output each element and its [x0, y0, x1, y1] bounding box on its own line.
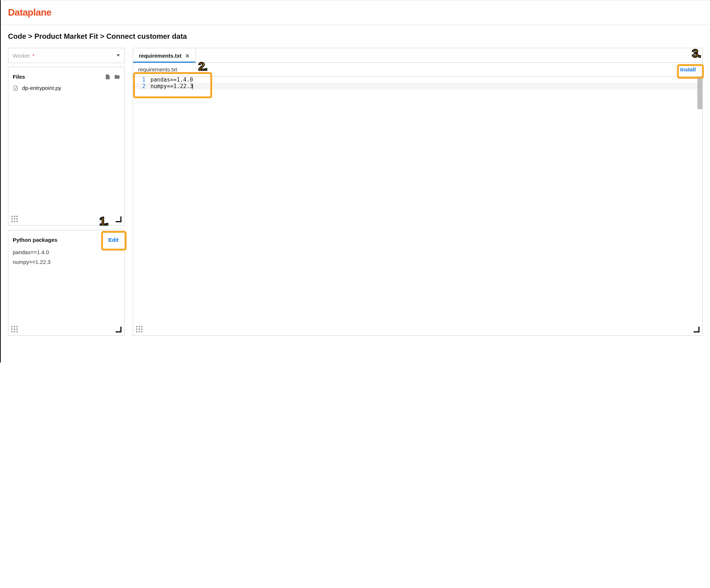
- install-button[interactable]: Install: [679, 66, 697, 73]
- package-item: pandas==1.4.0: [13, 247, 120, 257]
- brand-logo: Dataplane: [8, 7, 703, 18]
- resize-handle-icon[interactable]: [116, 216, 121, 222]
- file-icon: [13, 85, 18, 91]
- line-number: 1: [133, 76, 150, 83]
- required-asterisk: *: [32, 53, 34, 59]
- worker-select-label: Worker: [13, 53, 30, 59]
- worker-select[interactable]: Worker *: [8, 48, 125, 63]
- files-panel: Files dp-entrypoint.py: [8, 67, 125, 225]
- resize-handle-icon[interactable]: [116, 327, 121, 332]
- package-item: numpy==1.22.3: [13, 257, 120, 267]
- code-line-content: pandas==1.4.0: [150, 76, 702, 83]
- new-folder-icon[interactable]: [114, 74, 120, 80]
- resize-handle-icon[interactable]: [694, 327, 699, 332]
- file-item[interactable]: dp-entrypoint.py: [8, 83, 124, 92]
- editor-tabs: requirements.txt ✕: [133, 48, 702, 63]
- packages-panel-title: Python packages: [13, 237, 57, 243]
- files-panel-title: Files: [13, 74, 25, 80]
- code-line-content: numpy==1.22.3: [150, 83, 702, 90]
- file-item-label: dp-entrypoint.py: [22, 85, 61, 91]
- editor-subbar: requirements.txt Install: [133, 63, 702, 76]
- packages-panel: Python packages Edit pandas==1.4.0 numpy…: [8, 230, 125, 336]
- editor-filename: requirements.txt: [138, 66, 177, 73]
- editor-tab[interactable]: requirements.txt ✕: [133, 48, 196, 62]
- code-area[interactable]: 1 pandas==1.4.0 2 numpy==1.22.3: [133, 76, 702, 323]
- drag-handle-icon[interactable]: [136, 326, 143, 332]
- scrollbar-vertical[interactable]: [697, 76, 702, 109]
- edit-button[interactable]: Edit: [107, 237, 120, 243]
- close-icon[interactable]: ✕: [185, 53, 190, 59]
- new-file-icon[interactable]: [105, 74, 111, 80]
- breadcrumb: Code > Product Market Fit > Connect cust…: [8, 32, 703, 41]
- line-number: 2: [133, 83, 150, 90]
- tab-label: requirements.txt: [139, 53, 182, 59]
- app-header: Dataplane: [1, 0, 710, 25]
- drag-handle-icon[interactable]: [11, 216, 18, 222]
- drag-handle-icon[interactable]: [11, 326, 18, 332]
- text-cursor: [193, 84, 193, 90]
- chevron-down-icon: [116, 54, 120, 57]
- code-editor: requirements.txt ✕ requirements.txt Inst…: [133, 48, 703, 336]
